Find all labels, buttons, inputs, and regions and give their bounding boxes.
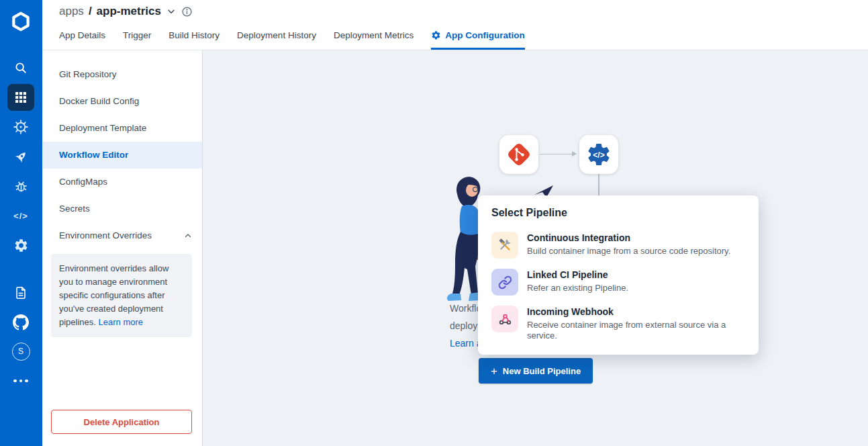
nav-item-configmaps[interactable]: ConfigMaps — [42, 169, 202, 195]
primary-sidebar: </> S — [0, 0, 42, 446]
option-title: Linked CI Pipeline — [527, 269, 628, 280]
learn-more-link[interactable]: Learn more — [99, 317, 143, 327]
breadcrumb-app-name: app-metrics — [97, 5, 161, 18]
info-icon[interactable] — [181, 6, 193, 17]
tools-icon — [491, 232, 518, 259]
breadcrumb: apps / app-metrics — [59, 5, 193, 18]
nav-item-secrets[interactable]: Secrets — [42, 195, 202, 222]
gear-code-icon: </> — [585, 141, 612, 168]
nav-item-deployment-template[interactable]: Deployment Template — [42, 115, 202, 142]
environment-overrides-note: Environment overrides allow you to manag… — [51, 254, 192, 337]
option-description: Refer an existing Pipeline. — [527, 283, 628, 294]
documentation-icon[interactable] — [7, 279, 34, 306]
nav-item-docker-build-config[interactable]: Docker Build Config — [42, 88, 202, 115]
webhook-icon — [491, 306, 518, 332]
more-ellipsis-icon[interactable] — [7, 367, 34, 394]
tab-app-details[interactable]: App Details — [59, 24, 105, 50]
caption-line-2: deployr — [450, 317, 481, 334]
option-title: Continuous Integration — [527, 232, 730, 243]
option-linked-ci-pipeline[interactable]: Linked CI Pipeline Refer an existing Pip… — [491, 269, 745, 296]
node-connector-arrow — [540, 154, 575, 154]
nav-item-environment-overrides[interactable]: Environment Overrides — [42, 222, 202, 249]
tab-trigger[interactable]: Trigger — [123, 24, 151, 50]
avatar-initial: S — [12, 343, 30, 361]
security-bug-icon[interactable] — [7, 173, 34, 199]
breadcrumb-separator: / — [89, 5, 92, 18]
popup-title: Select Pipeline — [491, 207, 745, 219]
option-continuous-integration[interactable]: Continuous Integration Build container i… — [491, 232, 745, 259]
devtron-logo-icon[interactable] — [7, 8, 34, 35]
option-text: Linked CI Pipeline Refer an existing Pip… — [527, 269, 628, 296]
nav-item-git-repository[interactable]: Git Repository — [42, 61, 202, 88]
tab-app-configuration[interactable]: App Configuration — [431, 24, 524, 50]
new-build-pipeline-label: New Build Pipeline — [503, 366, 581, 376]
applications-grid-icon[interactable] — [7, 84, 34, 111]
option-incoming-webhook[interactable]: Incoming Webhook Receive container image… — [491, 306, 745, 341]
git-source-node[interactable] — [499, 135, 538, 174]
code-icon[interactable]: </> — [7, 202, 34, 229]
git-icon — [504, 140, 534, 169]
caption-learn-link[interactable]: Learn a — [450, 334, 481, 352]
workflow-caption: Workflo deployr Learn a — [450, 300, 481, 352]
profile-avatar[interactable]: S — [7, 338, 34, 365]
option-description: Build container image from a source code… — [527, 246, 730, 257]
tab-deployment-history[interactable]: Deployment History — [237, 24, 316, 50]
select-pipeline-popup: Select Pipeline Continuous Integration B… — [478, 195, 759, 355]
deployment-groups-rocket-icon[interactable] — [7, 143, 34, 170]
link-icon — [491, 269, 518, 296]
github-icon[interactable] — [7, 309, 34, 336]
config-sidebar: Git Repository Docker Build Config Deplo… — [42, 50, 203, 446]
chevron-down-icon[interactable] — [166, 6, 177, 17]
app-tabs: App Details Trigger Build History Deploy… — [59, 24, 525, 50]
app-root: </> S apps / — [0, 0, 868, 446]
node-connector-line — [598, 174, 599, 196]
caption-line-1: Workflo — [450, 300, 481, 317]
delete-application-button[interactable]: Delete Application — [51, 410, 192, 434]
option-text: Incoming Webhook Receive container image… — [527, 306, 742, 341]
nav-item-workflow-editor[interactable]: Workflow Editor — [42, 142, 202, 169]
tab-build-history[interactable]: Build History — [168, 24, 220, 50]
gear-icon — [431, 30, 441, 40]
app-header: apps / app-metrics App Details Trigger B… — [42, 0, 868, 50]
global-config-gear-icon[interactable] — [7, 232, 34, 259]
config-nav: Git Repository Docker Build Config Deplo… — [42, 50, 202, 249]
ci-build-node[interactable]: </> — [579, 135, 618, 174]
new-build-pipeline-button[interactable]: + New Build Pipeline — [479, 358, 593, 384]
breadcrumb-apps-link[interactable]: apps — [59, 5, 84, 18]
chevron-up-icon — [183, 231, 193, 240]
option-title: Incoming Webhook — [527, 306, 742, 317]
plus-icon: + — [491, 365, 497, 377]
option-text: Continuous Integration Build container i… — [527, 232, 730, 259]
helm-charts-icon[interactable] — [7, 114, 34, 140]
search-icon[interactable] — [7, 54, 34, 81]
workflow-editor-canvas: </> Workflo deployr Lea — [203, 50, 868, 446]
svg-text:</>: </> — [593, 150, 604, 160]
option-description: Receive container image from external so… — [527, 320, 742, 341]
tab-deployment-metrics[interactable]: Deployment Metrics — [334, 24, 414, 50]
